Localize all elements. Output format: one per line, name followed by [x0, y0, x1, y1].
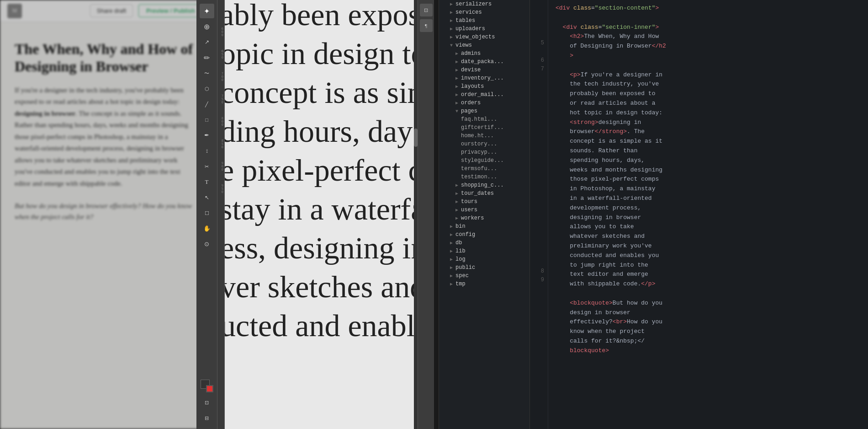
ai-tool-hand[interactable]: ✋ — [200, 221, 214, 236]
line-num-3 — [530, 21, 548, 30]
filetree-item-tours[interactable]: ▶ tours — [439, 198, 529, 206]
code-line-28: with shippable code.</p> — [556, 279, 861, 289]
filetree-item-spec[interactable]: ▶ spec — [439, 272, 529, 280]
filetree-item-faq[interactable]: faq.html... — [439, 115, 529, 123]
filetree-item-workers[interactable]: ▶ workers — [439, 214, 529, 222]
ai-panel-btn-1[interactable]: ⊡ — [420, 4, 433, 16]
ai-text-line-3: concept is as sim — [225, 73, 414, 112]
filetree-item-log[interactable]: ▶ log — [439, 255, 529, 263]
ai-tool-paintbrush[interactable]: ✒ — [200, 128, 214, 143]
publish-button[interactable]: Preview / Publish — [138, 4, 203, 17]
filetree-arrow-config: ▶ — [450, 232, 453, 237]
blog-content: The When, Why and How of Designing in Br… — [0, 22, 210, 241]
filetree-arrow-view-objects: ▶ — [450, 34, 453, 40]
filetree-item-db[interactable]: ▶ db — [439, 239, 529, 247]
filetree-item-order-mail[interactable]: ▶ order_mail... — [439, 91, 529, 99]
line-num-32: 9 — [530, 276, 548, 284]
ai-tool-artboard[interactable]: ⊟ — [200, 411, 214, 425]
ai-panel-btn-2[interactable]: ¶ — [420, 19, 433, 32]
blog-panel: M Share draft Preview / Publish The When… — [0, 0, 210, 429]
main-scene: M Share draft Preview / Publish The When… — [0, 0, 868, 429]
code-line-24: preliminary work you've — [556, 241, 861, 251]
filetree-item-layouts[interactable]: ▶ layouts — [439, 82, 529, 91]
code-line-9: or read articles about a — [556, 99, 861, 108]
line-num-23 — [530, 197, 548, 205]
ai-tool-rotate[interactable]: T — [200, 175, 214, 189]
filetree-item-inventory[interactable]: ▶ inventory_... — [439, 74, 529, 82]
ai-tool-direct-select[interactable]: ⊕ — [200, 19, 214, 34]
filetree-item-users[interactable]: ▶ users — [439, 206, 529, 214]
ai-scrollbar-vertical[interactable] — [414, 0, 418, 429]
filetree-item-view-objects[interactable]: ▶ view_objects — [439, 33, 529, 41]
code-line-30: design in browser — [556, 308, 861, 318]
filetree-item-ourstory[interactable]: ourstory... — [439, 140, 529, 148]
ai-text-line-1: ably been expose — [225, 0, 414, 34]
filetree-item-admins[interactable]: ▶ admins — [439, 49, 529, 58]
filetree-arrow-lib: ▶ — [450, 248, 453, 254]
line-num-16 — [530, 135, 548, 144]
filetree-item-views[interactable]: ▼ views — [439, 41, 529, 49]
filetree-arrow-db: ▶ — [450, 240, 453, 246]
ai-tool-camera[interactable]: ⊡ — [200, 395, 214, 410]
code-line-25: conducted and enables you — [556, 251, 861, 261]
filetree-item-tour-dates[interactable]: ▶ tour_dates — [439, 189, 529, 198]
ai-tool-curvature[interactable]: 〜 — [200, 66, 214, 80]
ai-tool-zoom[interactable]: ⊙ — [200, 237, 214, 252]
code-line-12: browser</strong>. The — [556, 127, 861, 137]
ai-tool-eraser[interactable]: ✂ — [200, 159, 214, 174]
ai-tool-blob[interactable]: ⟟ — [200, 144, 214, 158]
ai-tool-warp[interactable]: ☐ — [200, 206, 214, 220]
filetree-arrow-tmp: ▶ — [450, 281, 453, 287]
filetree-item-testimon[interactable]: testimon... — [439, 173, 529, 181]
code-line-6: <p>If you're a designer in — [556, 70, 861, 80]
ai-tool-rect[interactable]: □ — [200, 113, 214, 127]
filetree-item-config[interactable]: ▶ config — [439, 231, 529, 239]
filetree-item-bin[interactable]: ▶ bin — [439, 222, 529, 231]
filetree-item-lib[interactable]: ▶ lib — [439, 247, 529, 255]
filetree-item-giftcertif[interactable]: giftcertif... — [439, 123, 529, 132]
code-line-18: in Photoshop, a mainstay — [556, 184, 861, 194]
ai-text-line-4: ding hours, days — [225, 112, 414, 151]
share-draft-button[interactable]: Share draft — [90, 4, 133, 17]
ai-scrollbar-thumb[interactable] — [414, 129, 418, 147]
line-num-34 — [530, 293, 548, 302]
filetree-item-tables[interactable]: ▶ tables — [439, 16, 529, 25]
filetree-item-serializers[interactable]: ▶ serializers — [439, 0, 529, 8]
ai-tool-line[interactable]: ╱ — [200, 97, 214, 112]
filetree-arrow-services: ▶ — [450, 10, 453, 15]
filetree-item-devise[interactable]: ▶ devise — [439, 66, 529, 74]
filetree-item-shopping-c[interactable]: ▶ shopping_c... — [439, 181, 529, 189]
line-num-18 — [530, 153, 548, 161]
filetree-item-tmp[interactable]: ▶ tmp — [439, 280, 529, 288]
filetree-arrow-shopping: ▶ — [455, 182, 458, 188]
ai-canvas-text: ably been expose opic in design to conce… — [225, 0, 418, 429]
filetree-item-orders[interactable]: ▶ orders — [439, 99, 529, 107]
filetree-item-privacy[interactable]: privacyp... — [439, 148, 529, 156]
filetree-arrow-bin: ▶ — [450, 224, 453, 229]
filetree-item-uploaders[interactable]: ▶ uploaders — [439, 25, 529, 33]
filetree-item-services[interactable]: ▶ services — [439, 8, 529, 16]
filetree-item-termsofu[interactable]: termsofu... — [439, 165, 529, 173]
code-line-23: whatever sketches and — [556, 232, 861, 241]
code-line-7: the tech industry, you've — [556, 80, 861, 89]
ai-tool-select[interactable]: ✦ — [200, 4, 214, 18]
code-line-22: allows you to take — [556, 222, 861, 232]
filetree-item-home[interactable]: home.ht... — [439, 132, 529, 140]
blog-body-text: If you're a designer in the tech industr… — [15, 85, 196, 223]
filetree-arrow-tours: ▶ — [455, 199, 458, 204]
filetree-arrow-inventory: ▶ — [455, 75, 458, 81]
line-num-29 — [530, 249, 548, 258]
filetree-item-pages[interactable]: ▼ pages — [439, 107, 529, 115]
filetree-item-date-packa[interactable]: ▶ date_packa... — [439, 58, 529, 66]
filetree-arrow-serializers: ▶ — [450, 1, 453, 7]
ai-tool-scale[interactable]: ↖ — [200, 190, 214, 205]
code-text-area[interactable]: <div class="section-content"> <div class… — [548, 0, 868, 429]
filetree-item-public[interactable]: ▶ public — [439, 263, 529, 272]
filetree-item-styleguide[interactable]: styleguide... — [439, 156, 529, 165]
line-num-17 — [530, 144, 548, 153]
ai-tool-pen[interactable]: ✏ — [200, 50, 214, 65]
ai-tool-type[interactable]: ⬡ — [200, 81, 214, 96]
line-num-12 — [530, 100, 548, 109]
ai-tool-lasso[interactable]: ↗ — [200, 35, 214, 49]
code-line-header: <div class="section-content"> — [556, 4, 861, 13]
